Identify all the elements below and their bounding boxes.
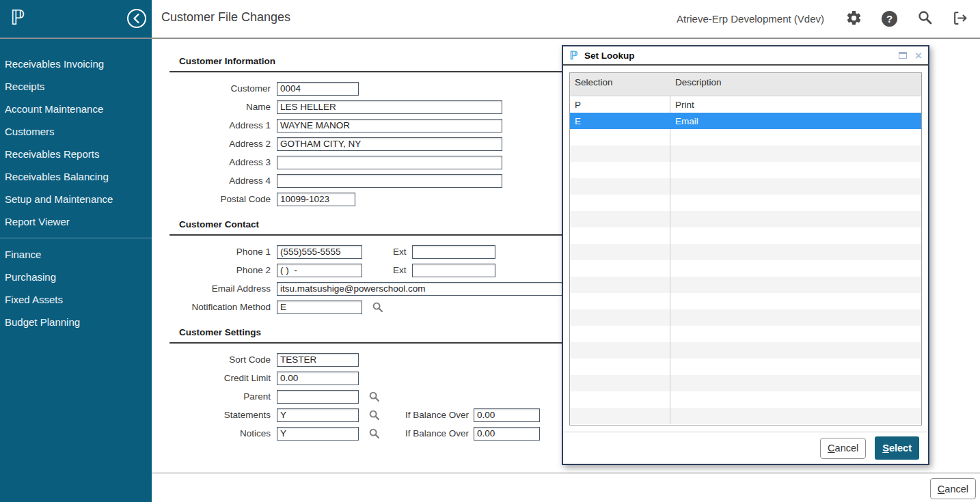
global-search-button[interactable] [916,10,934,27]
notices-input[interactable] [277,427,359,441]
phone2-label: Phone 2 [169,265,277,275]
empty-row [570,260,921,277]
empty-row [570,359,921,375]
lookup-row-print[interactable]: P Print [570,96,921,113]
phone1-ext-label: Ext [393,247,407,257]
postal-code-label: Postal Code [169,194,277,204]
lookup-row-email-selected[interactable]: E Email [570,113,921,129]
close-icon[interactable]: × [915,50,922,61]
empty-row [570,129,921,145]
sidebar: ℙ Receivables Invoicing Receipts Account… [0,0,152,502]
top-header: Customer File Changes Atrieve-Erp Develo… [152,0,980,38]
sidebar-header: ℙ [0,0,152,38]
sidebar-collapse-button[interactable] [126,8,147,29]
sidebar-nav: Receivables Invoicing Receipts Account M… [0,38,152,333]
page-footer: Cancel [152,472,980,502]
empty-row [570,244,921,260]
address4-input[interactable] [277,174,502,188]
notices-label: Notices [169,428,277,438]
logout-icon [952,10,969,29]
sidebar-item-receivables-invoicing[interactable]: Receivables Invoicing [0,53,152,75]
notification-method-input[interactable] [277,301,362,314]
sidebar-item-customers[interactable]: Customers [0,120,152,143]
phone2-input[interactable] [277,264,362,277]
magnifier-icon [368,432,381,442]
gear-icon [845,10,862,29]
address3-input[interactable] [277,156,502,169]
help-icon: ? [882,11,897,27]
magnifier-icon [372,305,384,316]
header-actions: Atrieve-Erp Development (Vdev) ? [677,0,969,38]
maximize-icon[interactable] [899,52,907,59]
address2-input[interactable] [277,137,502,151]
modal-select-button[interactable]: Select [875,436,919,460]
phone1-input[interactable] [277,245,362,259]
statements-balance-input[interactable] [474,408,540,422]
sidebar-item-account-maintenance[interactable]: Account Maintenance [0,98,152,120]
name-input[interactable] [277,100,502,114]
statements-lookup-button[interactable] [368,409,381,421]
modal-titlebar[interactable]: ℙ Set Lookup × [563,46,928,66]
sidebar-item-setup-and-maintenance[interactable]: Setup and Maintenance [0,188,152,210]
address4-label: Address 4 [169,176,277,186]
cell-description: Email [670,113,921,129]
magnifier-icon [368,413,381,423]
sidebar-item-receivables-reports[interactable]: Receivables Reports [0,143,152,165]
sort-code-input[interactable] [277,353,359,367]
sidebar-item-report-viewer[interactable]: Report Viewer [0,210,152,233]
email-label: Email Address [169,283,277,294]
sort-code-label: Sort Code [169,354,277,365]
notices-balance-label: If Balance Over [405,428,469,438]
powerschool-logo-icon: ℙ [569,48,577,63]
sidebar-item-fixed-assets[interactable]: Fixed Assets [0,288,152,311]
notification-method-lookup-button[interactable] [372,301,384,313]
search-icon [917,10,934,28]
sidebar-item-receivables-balancing[interactable]: Receivables Balancing [0,165,152,188]
parent-lookup-button[interactable] [368,391,381,403]
address2-label: Address 2 [169,139,277,149]
name-label: Name [169,102,277,112]
sidebar-item-finance[interactable]: Finance [0,243,152,266]
notices-lookup-button[interactable] [368,428,381,440]
statements-input[interactable] [277,408,359,422]
sidebar-item-budget-planning[interactable]: Budget Planning [0,311,152,333]
page-cancel-button[interactable]: Cancel [930,478,976,499]
phone2-ext-input[interactable] [412,264,495,277]
powerschool-logo-icon: ℙ [10,5,25,30]
cell-selection: P [570,96,670,113]
chevron-left-circle-icon [126,20,147,31]
notices-balance-input[interactable] [474,427,540,441]
sidebar-item-purchasing[interactable]: Purchasing [0,266,152,288]
address1-label: Address 1 [169,120,277,130]
statements-balance-label: If Balance Over [405,410,469,420]
postal-code-input[interactable] [277,193,355,206]
empty-row [570,391,921,408]
phone1-label: Phone 1 [169,247,277,257]
modal-cancel-button[interactable]: Cancel [820,438,866,459]
phone2-ext-label: Ext [393,265,407,275]
settings-button[interactable] [845,10,862,27]
empty-row [570,145,921,162]
statements-label: Statements [169,410,277,420]
empty-row [570,342,921,359]
parent-input[interactable] [277,390,359,404]
customer-input[interactable] [277,82,359,96]
phone1-ext-input[interactable] [412,245,495,259]
magnifier-icon [368,395,381,405]
empty-row [570,277,921,293]
empty-row [570,375,921,391]
help-button[interactable]: ? [881,10,898,27]
sidebar-item-receipts[interactable]: Receipts [0,75,152,98]
column-header-selection: Selection [570,73,670,96]
empty-row [570,227,921,244]
address1-input[interactable] [277,119,502,133]
parent-label: Parent [169,391,277,402]
credit-limit-label: Credit Limit [169,373,277,383]
environment-label: Atrieve-Erp Development (Vdev) [677,13,824,25]
sidebar-divider [0,238,152,238]
logout-button[interactable] [952,10,969,27]
address3-label: Address 3 [169,157,277,167]
empty-row [570,195,921,211]
cell-selection: E [570,113,670,129]
credit-limit-input[interactable] [277,372,359,385]
